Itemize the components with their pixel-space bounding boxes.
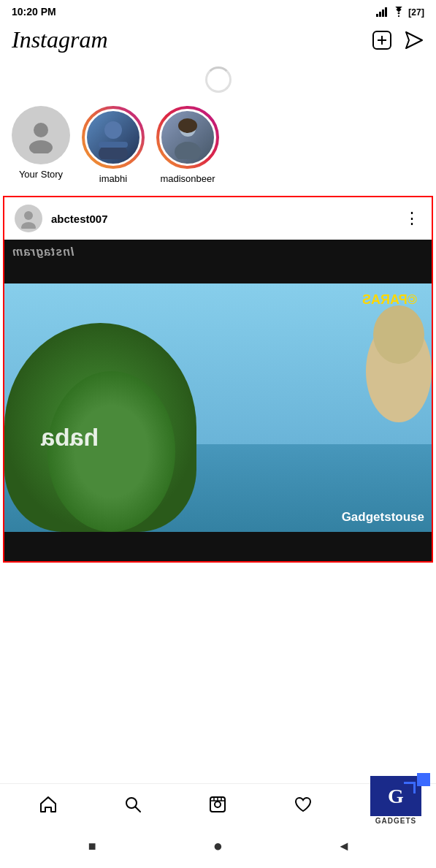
svg-point-22 bbox=[373, 305, 424, 364]
post-username[interactable]: abctest007 bbox=[51, 213, 395, 225]
post-animal bbox=[359, 298, 432, 430]
svg-rect-0 bbox=[376, 14, 378, 17]
wifi-icon bbox=[392, 7, 405, 17]
loading-spinner-area bbox=[0, 59, 436, 100]
system-nav-bar: ■ ● ◄ bbox=[0, 824, 436, 868]
svg-point-9 bbox=[34, 123, 48, 137]
post-haba-text: haba bbox=[41, 423, 99, 452]
gadgets-arrow-corner bbox=[404, 782, 416, 793]
nav-home[interactable] bbox=[30, 786, 66, 823]
search-icon bbox=[123, 795, 142, 814]
madisonbeer-label: madisonbeer bbox=[160, 173, 215, 184]
post-user-avatar[interactable] bbox=[15, 205, 42, 232]
gadgets-logo-letter: G bbox=[388, 785, 404, 808]
your-story-avatar-wrap bbox=[12, 106, 70, 164]
person-icon bbox=[23, 117, 59, 153]
reels-icon bbox=[208, 795, 227, 814]
sys-home-button[interactable]: ● bbox=[207, 836, 228, 856]
nav-activity[interactable] bbox=[285, 786, 321, 823]
svg-point-20 bbox=[21, 222, 36, 229]
heart-icon bbox=[294, 795, 313, 814]
svg-rect-1 bbox=[379, 12, 381, 17]
svg-line-24 bbox=[136, 807, 141, 812]
signal-icon bbox=[376, 7, 389, 17]
svg-rect-14 bbox=[99, 142, 128, 148]
app-logo: Instagram bbox=[12, 26, 108, 53]
svg-point-17 bbox=[178, 118, 197, 133]
post-bottom-bar bbox=[4, 532, 432, 561]
imabhi-avatar-wrap bbox=[82, 106, 145, 169]
svg-point-18 bbox=[175, 142, 201, 159]
status-icons: [27] bbox=[376, 7, 424, 18]
imabhi-label: imabhi bbox=[99, 173, 127, 184]
add-icon bbox=[372, 30, 392, 50]
madisonbeer-person bbox=[166, 115, 210, 159]
svg-rect-3 bbox=[385, 7, 387, 17]
battery-icon: [27] bbox=[408, 7, 424, 18]
your-story-avatar bbox=[12, 106, 70, 164]
status-bar: 10:20 PM [27] bbox=[0, 0, 436, 20]
post-more-options[interactable]: ⋮ bbox=[404, 210, 421, 226]
post-image: Instagram ©PARAS haba Gadgetstouse bbox=[4, 240, 432, 561]
post-avatar-icon bbox=[18, 208, 39, 229]
post-card: abctest007 ⋮ Instagram ©PARAS haba Gadge… bbox=[3, 196, 433, 563]
post-animal-svg bbox=[359, 298, 432, 430]
your-story-label: Your Story bbox=[19, 169, 63, 180]
svg-rect-2 bbox=[382, 9, 384, 17]
story-imabhi[interactable]: imabhi bbox=[82, 106, 145, 184]
post-header: abctest007 ⋮ bbox=[4, 197, 432, 240]
svg-point-12 bbox=[104, 121, 122, 139]
send-icon bbox=[405, 31, 424, 50]
home-circle-icon: ● bbox=[213, 837, 223, 856]
sys-back-button[interactable]: ◄ bbox=[334, 836, 354, 856]
header: Instagram bbox=[0, 20, 436, 59]
home-icon bbox=[39, 795, 58, 814]
nav-reels[interactable] bbox=[199, 786, 236, 823]
madisonbeer-avatar-wrap bbox=[156, 106, 219, 169]
story-madisonbeer[interactable]: madisonbeer bbox=[156, 106, 219, 184]
loading-spinner bbox=[205, 66, 232, 93]
status-time: 10:20 PM bbox=[12, 6, 56, 18]
blue-square-decoration bbox=[417, 773, 430, 786]
sys-square-button[interactable]: ■ bbox=[82, 836, 102, 856]
svg-point-10 bbox=[29, 140, 53, 153]
recent-apps-icon: ■ bbox=[88, 839, 96, 854]
svg-marker-8 bbox=[406, 32, 422, 48]
gadgets-logo-text: GADGETS bbox=[373, 816, 418, 826]
imabhi-avatar bbox=[85, 110, 141, 165]
imabhi-person bbox=[91, 115, 135, 159]
svg-point-26 bbox=[215, 802, 221, 807]
post-paras-watermark: ©PARAS bbox=[362, 292, 417, 308]
add-post-button[interactable] bbox=[372, 30, 392, 50]
post-instagram-watermark: Instagram bbox=[12, 245, 74, 259]
nav-search[interactable] bbox=[115, 786, 151, 823]
back-icon: ◄ bbox=[337, 839, 351, 854]
header-icons bbox=[372, 30, 424, 50]
messages-button[interactable] bbox=[404, 30, 424, 50]
svg-point-4 bbox=[398, 15, 399, 17]
madisonbeer-avatar bbox=[160, 110, 215, 165]
gadgets-logo-box: G bbox=[370, 776, 421, 816]
stories-row: Your Story bbox=[0, 100, 436, 196]
story-your-story[interactable]: Your Story bbox=[12, 106, 70, 180]
post-gadgetstouse-text: Gadgetstouse bbox=[342, 510, 424, 525]
post-tree2 bbox=[47, 371, 176, 532]
svg-point-19 bbox=[24, 211, 33, 220]
